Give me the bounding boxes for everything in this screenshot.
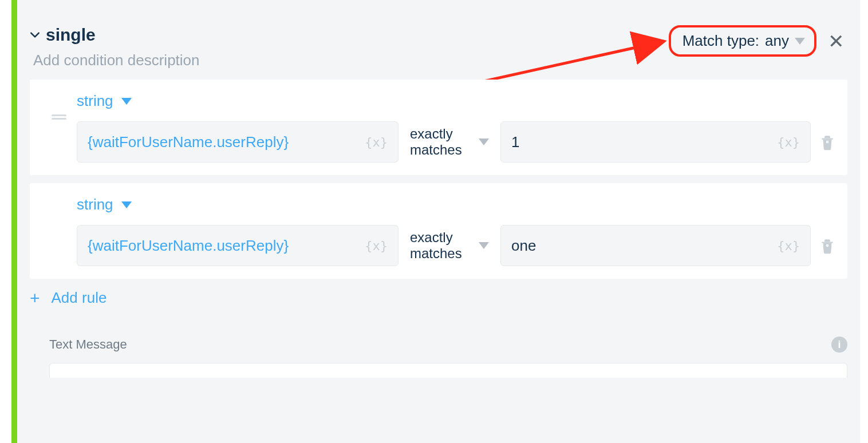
svg-rect-2 bbox=[826, 244, 828, 247]
delete-rule-button[interactable] bbox=[819, 237, 836, 254]
variable-token: {waitForUserName.userReply} bbox=[88, 237, 365, 255]
variable-icon[interactable]: {x} bbox=[365, 135, 388, 149]
chevron-down-icon bbox=[479, 139, 489, 145]
operator-label: exactly matches bbox=[410, 126, 473, 157]
rule-card: string {waitForUserName.userReply} {x} e… bbox=[30, 80, 847, 175]
rule-card: string {waitForUserName.userReply} {x} e… bbox=[30, 183, 847, 279]
match-type-label: Match type: bbox=[682, 32, 759, 50]
rule-left-operand[interactable]: {waitForUserName.userReply} {x} bbox=[77, 121, 399, 163]
add-rule-button[interactable]: + Add rule bbox=[30, 289, 860, 307]
collapse-icon[interactable] bbox=[30, 30, 40, 40]
close-icon[interactable]: ✕ bbox=[824, 30, 847, 53]
plus-icon: + bbox=[30, 290, 40, 307]
rule-type-selector[interactable]: string bbox=[77, 92, 113, 110]
drag-handle-icon[interactable] bbox=[52, 113, 66, 121]
info-icon[interactable]: i bbox=[831, 337, 847, 353]
variable-token: {waitForUserName.userReply} bbox=[88, 133, 365, 151]
panel-header: single Add condition description Match t… bbox=[17, 0, 860, 74]
rule-operator-selector[interactable]: exactly matches bbox=[407, 230, 492, 261]
rule-right-operand[interactable]: 1 {x} bbox=[500, 121, 811, 163]
condition-title[interactable]: single bbox=[46, 25, 96, 45]
match-type-value: any bbox=[765, 32, 789, 50]
chevron-down-icon bbox=[479, 242, 489, 249]
action-section: Text Message i bbox=[49, 337, 847, 378]
rule-left-operand[interactable]: {waitForUserName.userReply} {x} bbox=[77, 225, 399, 266]
chevron-down-icon bbox=[121, 201, 132, 208]
operator-label: exactly matches bbox=[410, 230, 473, 261]
value-text: 1 bbox=[511, 133, 777, 151]
accent-bar bbox=[11, 0, 17, 443]
chevron-down-icon bbox=[121, 98, 132, 105]
rule-type-selector[interactable]: string bbox=[77, 196, 113, 213]
chevron-down-icon bbox=[795, 38, 805, 45]
variable-icon[interactable]: {x} bbox=[777, 239, 800, 253]
rule-right-operand[interactable]: one {x} bbox=[500, 225, 811, 266]
condition-panel: single Add condition description Match t… bbox=[17, 0, 860, 443]
value-text: one bbox=[511, 237, 777, 255]
match-type-selector[interactable]: Match type: any bbox=[669, 25, 816, 57]
text-message-input[interactable] bbox=[49, 363, 847, 378]
add-rule-label: Add rule bbox=[52, 289, 107, 307]
svg-rect-1 bbox=[826, 141, 828, 143]
variable-icon[interactable]: {x} bbox=[365, 239, 388, 253]
action-type-label: Text Message bbox=[49, 337, 127, 352]
rule-operator-selector[interactable]: exactly matches bbox=[407, 126, 492, 157]
variable-icon[interactable]: {x} bbox=[777, 135, 800, 149]
delete-rule-button[interactable] bbox=[819, 133, 836, 151]
